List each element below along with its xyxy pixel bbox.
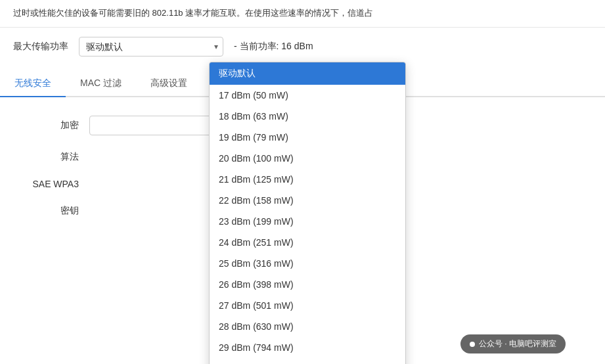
dropdown-item-14[interactable]: 30 dBm (1000 mW) <box>210 358 405 364</box>
dropdown-item-3[interactable]: 19 dBm (79 mW) <box>210 127 405 148</box>
dropdown-item-11[interactable]: 27 dBm (501 mW) <box>210 295 405 316</box>
tab-wireless-security[interactable]: 无线安全 <box>0 71 66 97</box>
dropdown-item-6[interactable]: 22 dBm (158 mW) <box>210 190 405 211</box>
dropdown-item-1[interactable]: 17 dBm (50 mW) <box>210 85 405 106</box>
watermark-text: 公众号 · 电脑吧评测室 <box>479 338 556 350</box>
dropdown-item-13[interactable]: 29 dBm (794 mW) <box>210 337 405 358</box>
power-select[interactable]: 驱动默认 <box>79 37 223 57</box>
encryption-label: 加密 <box>13 120 79 131</box>
info-text-bar: 过时或性能欠佳的设备可能需要旧的 802.11b 速率才能互联。在使用这些速率的… <box>0 0 605 28</box>
dropdown-item-8[interactable]: 24 dBm (251 mW) <box>210 232 405 253</box>
power-label: 最大传输功率 <box>13 41 68 53</box>
current-power-text: - 当前功率: 16 dBm <box>234 41 313 53</box>
algorithm-label: 算法 <box>13 151 79 163</box>
sae-wpa3-label: SAE WPA3 <box>13 179 79 189</box>
key-label: 密钥 <box>13 205 79 217</box>
dropdown-item-0[interactable]: 驱动默认 <box>210 62 405 85</box>
dropdown-item-4[interactable]: 20 dBm (100 mW) <box>210 148 405 169</box>
tab-advanced-settings[interactable]: 高级设置 <box>136 71 202 97</box>
dropdown-item-10[interactable]: 26 dBm (398 mW) <box>210 274 405 295</box>
info-text: 过时或性能欠佳的设备可能需要旧的 802.11b 速率才能互联。在使用这些速率的… <box>13 8 373 18</box>
power-dropdown[interactable]: 驱动默认17 dBm (50 mW)18 dBm (63 mW)19 dBm (… <box>209 62 406 364</box>
power-select-wrapper: 驱动默认 ▾ <box>79 37 223 57</box>
dropdown-item-5[interactable]: 21 dBm (125 mW) <box>210 169 405 190</box>
dropdown-item-2[interactable]: 18 dBm (63 mW) <box>210 106 405 127</box>
dropdown-item-7[interactable]: 23 dBm (199 mW) <box>210 211 405 232</box>
watermark-dot-icon <box>470 342 475 347</box>
dropdown-item-12[interactable]: 28 dBm (630 mW) <box>210 316 405 337</box>
dropdown-item-9[interactable]: 25 dBm (316 mW) <box>210 253 405 274</box>
power-row: 最大传输功率 驱动默认 ▾ - 当前功率: 16 dBm <box>0 28 605 66</box>
main-container: 过时或性能欠佳的设备可能需要旧的 802.11b 速率才能互联。在使用这些速率的… <box>0 0 605 364</box>
tab-mac-filter[interactable]: MAC 过滤 <box>66 71 136 97</box>
watermark: 公众号 · 电脑吧评测室 <box>460 334 566 353</box>
